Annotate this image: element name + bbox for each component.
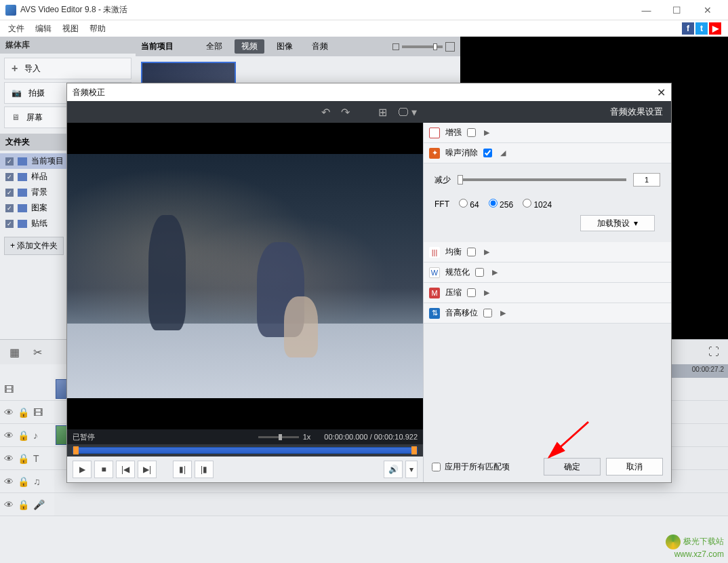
app-icon (5, 5, 16, 16)
window-title: AVS Video Editor 9.8 - 未激活 (20, 4, 631, 16)
fx-eq-checkbox[interactable] (467, 248, 476, 256)
eye-icon: 👁 (4, 407, 14, 418)
watermark-logo-icon (666, 535, 681, 549)
watermark: 极光下载站 www.xz7.com (666, 535, 724, 559)
import-label: 导入 (24, 63, 41, 75)
fft-64-radio[interactable]: 64 (459, 199, 479, 210)
time-total: 00:00:10.922 (374, 433, 418, 441)
denoise-icon: ✦ (429, 148, 440, 159)
undo-icon[interactable]: ↶ (319, 106, 333, 119)
youtube-icon[interactable]: ▶ (709, 22, 721, 35)
fft-label: FFT (434, 199, 449, 209)
enhance-icon: ⌒ (429, 128, 440, 138)
grid-icon[interactable]: ⊞ (376, 106, 390, 119)
fx-denoise-checkbox[interactable] (483, 149, 492, 157)
redo-icon[interactable]: ↷ (338, 106, 352, 119)
eye-icon: 👁 (4, 430, 14, 441)
mark-out-button[interactable]: |▮ (195, 461, 214, 478)
twitter-icon[interactable]: t (695, 22, 708, 35)
monitor-icon[interactable]: 🖵 ▾ (395, 106, 420, 119)
prev-frame-button[interactable]: |◀ (116, 461, 135, 478)
next-frame-button[interactable]: ▶| (138, 461, 157, 478)
scrubber[interactable] (73, 447, 418, 454)
menu-help[interactable]: 帮助 (84, 20, 111, 37)
fft-256-radio[interactable]: 256 (489, 199, 513, 210)
fx-denoise-body: 减少 FFT 64 256 1024 加载预设 ▾ (424, 163, 671, 242)
ok-button[interactable]: 确定 (544, 458, 601, 475)
fx-compress-checkbox[interactable] (467, 288, 476, 297)
playback-status: 已暂停 (73, 432, 95, 442)
close-button[interactable]: ✕ (692, 1, 723, 20)
tab-audio[interactable]: 音频 (305, 39, 335, 54)
facebook-icon[interactable]: f (682, 22, 694, 35)
fx-pitch-checkbox[interactable] (483, 309, 492, 317)
time-current: 00:00:00.000 (324, 433, 367, 441)
preset-label: 加载预设 (597, 218, 630, 229)
speed-slider[interactable] (258, 436, 299, 438)
eye-icon: 👁 (4, 476, 14, 487)
chevron-right-icon[interactable]: ▶ (484, 248, 489, 256)
reduce-input[interactable] (633, 173, 660, 187)
screencap-label: 屏幕 (26, 112, 43, 123)
add-folder-button[interactable]: + 添加文件夹 (4, 237, 64, 255)
fullscreen-icon[interactable]: ⛶ (705, 343, 723, 361)
fx-eq-row[interactable]: ||| 均衡 ▶ (424, 242, 671, 263)
timeline-view-icon[interactable]: ▦ (5, 343, 23, 361)
fx-normalize-label: 规范化 (445, 267, 470, 278)
volume-button[interactable]: 🔊 (384, 461, 403, 478)
fft-1024-radio[interactable]: 1024 (523, 199, 552, 210)
chevron-right-icon[interactable]: ▶ (484, 128, 489, 137)
load-preset-button[interactable]: 加载预设 ▾ (580, 215, 655, 231)
fx-compress-row[interactable]: M 压缩 ▶ (424, 283, 671, 303)
fx-denoise-row[interactable]: ✦ 噪声消除 ◢ (424, 143, 671, 163)
cut-icon[interactable]: ✂ (28, 343, 46, 361)
chevron-down-icon[interactable]: ◢ (500, 149, 506, 157)
volume-menu-button[interactable]: ▾ (405, 461, 418, 478)
maximize-button[interactable]: ☐ (662, 1, 692, 20)
fx-normalize-checkbox[interactable] (475, 268, 484, 277)
tab-all[interactable]: 全部 (199, 39, 229, 54)
chevron-right-icon[interactable]: ▶ (492, 268, 498, 277)
music-icon: ♪ (33, 430, 38, 441)
menu-file[interactable]: 文件 (3, 20, 30, 37)
import-button[interactable]: + 导入 (4, 58, 132, 79)
fx-normalize-row[interactable]: W 规范化 ▶ (424, 263, 671, 283)
fx-pitch-label: 音高移位 (445, 307, 478, 319)
compress-icon: M (429, 288, 440, 298)
reduce-slider[interactable] (458, 178, 626, 181)
play-button[interactable]: ▶ (73, 461, 92, 478)
music-icon: ♫ (33, 476, 41, 487)
tab-video[interactable]: 视频 (235, 39, 264, 54)
tab-image[interactable]: 图像 (270, 39, 300, 54)
menubar: 文件 编辑 视图 帮助 f t ▶ (0, 20, 728, 37)
fx-enhance-row[interactable]: ⌒ 增强 ▶ (424, 123, 671, 143)
chevron-down-icon: ▾ (634, 218, 638, 228)
stop-button[interactable]: ■ (94, 461, 113, 478)
apply-all-checkbox[interactable]: 应用于所有匹配项 (432, 461, 510, 473)
thumbnail-zoom[interactable] (392, 42, 455, 52)
eye-icon: 👁 (4, 499, 14, 510)
chevron-right-icon[interactable]: ▶ (500, 309, 506, 317)
eye-icon: 👁 (4, 453, 14, 464)
menu-view[interactable]: 视图 (57, 20, 84, 37)
cancel-button[interactable]: 取消 (606, 458, 663, 475)
dialog-close-button[interactable]: ✕ (657, 86, 666, 99)
folder-label: 当前项目 (31, 155, 64, 167)
reduce-label: 减少 (434, 174, 451, 186)
media-library-title: 媒体库 (0, 37, 136, 54)
camera-icon: 📷 (12, 88, 22, 98)
fx-pitch-row[interactable]: ⇅ 音高移位 ▶ (424, 303, 671, 324)
zoom-large-icon (445, 42, 455, 52)
toolbar-right-label: 音频效果设置 (610, 106, 663, 118)
dialog-title-text: 音频校正 (73, 87, 105, 98)
menu-edit[interactable]: 编辑 (30, 20, 57, 37)
chevron-right-icon[interactable]: ▶ (484, 288, 489, 297)
fx-enhance-checkbox[interactable] (467, 128, 476, 137)
text-icon: T (33, 453, 39, 464)
dialog-preview (67, 123, 423, 429)
minimize-button[interactable]: — (631, 1, 662, 20)
fx-eq-label: 均衡 (445, 246, 462, 258)
normalize-icon: W (429, 267, 440, 278)
track-voice[interactable]: 👁🔒🎤 (0, 493, 728, 516)
mark-in-button[interactable]: ▮| (173, 461, 192, 478)
